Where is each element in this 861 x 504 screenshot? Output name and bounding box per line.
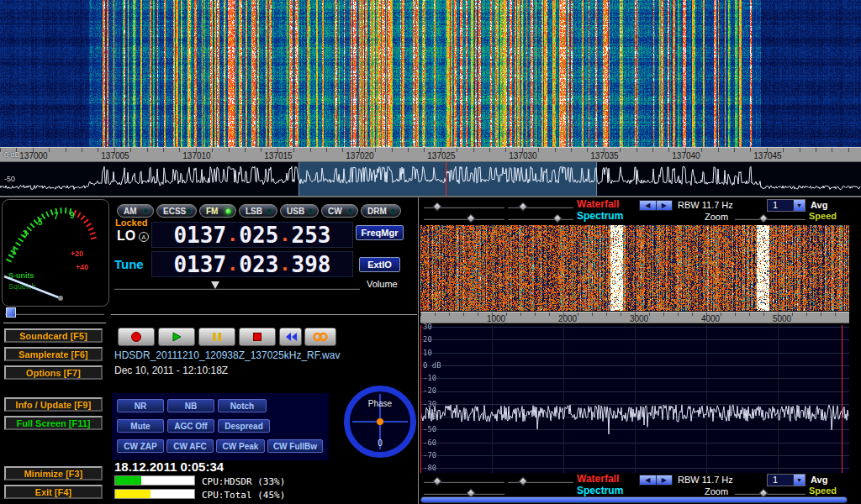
slider-thumb[interactable]	[518, 476, 527, 486]
mode-button-ecss[interactable]: ECSS	[156, 204, 197, 218]
spectrum-label-top[interactable]: Spectrum	[577, 210, 623, 222]
options-button[interactable]: Options [F7]	[4, 365, 103, 380]
despread-button[interactable]: Despread	[218, 419, 270, 433]
info-update-button[interactable]: Info / Update [F9]	[4, 397, 103, 412]
waterfall-label-top[interactable]: Waterfall	[577, 198, 619, 210]
minimize-button[interactable]: Minimize [F3]	[4, 466, 103, 480]
zoom-slider-top[interactable]	[735, 214, 806, 223]
record-button[interactable]	[118, 328, 155, 346]
slider-thumb[interactable]	[432, 476, 441, 486]
slider-track	[735, 218, 806, 220]
main-waterfall[interactable]	[0, 0, 861, 147]
ruler-label: 137005	[95, 151, 135, 160]
tune-frequency-display[interactable]: 0137.023.398	[151, 251, 353, 277]
chevron-down-icon[interactable]: ▼	[793, 200, 805, 211]
extio-button[interactable]: ExtIO	[359, 257, 400, 272]
exit-button[interactable]: Exit [F4]	[4, 485, 103, 499]
mute-button[interactable]: Mute	[117, 419, 164, 433]
stop-button[interactable]	[239, 328, 276, 346]
rf-spectrum[interactable]	[420, 325, 849, 473]
frequency-ruler[interactable]: 137000 137005 137010 137015 137020 13702…	[0, 147, 861, 162]
despread-button-label: Despread	[224, 422, 263, 431]
waterfall-brightness-slider[interactable]	[424, 202, 504, 211]
main-spectrum[interactable]	[0, 162, 861, 196]
chevron-down-icon[interactable]: ▼	[793, 475, 805, 486]
fullscreen-button[interactable]: Full Screen [F11]	[4, 416, 103, 430]
avg-value: 1	[768, 200, 793, 211]
rf-frequency-scale[interactable]: 1000 2000 3000 4000 5000	[420, 312, 849, 323]
squelch-slider-track	[5, 312, 104, 315]
mode-button-am[interactable]: AM	[117, 204, 154, 218]
samplerate-button[interactable]: Samplerate [F6]	[4, 347, 103, 361]
volume-slider[interactable]	[114, 284, 360, 292]
mode-button-label: DRM	[367, 207, 387, 216]
waterfall-contrast-slider-bottom[interactable]	[508, 477, 573, 486]
spectrum-range-slider[interactable]	[508, 214, 573, 223]
pause-button[interactable]	[198, 328, 235, 346]
avg-dropdown-top[interactable]: 1▼	[767, 199, 806, 212]
spectrum-ref-slider[interactable]	[424, 214, 504, 223]
rf-waterfall[interactable]	[420, 225, 849, 311]
waterfall-shift-arrows-top[interactable]: ◀▶	[639, 200, 673, 211]
agc-off-button[interactable]: AGC Off	[167, 419, 214, 433]
recording-filename: HDSDR_20111210_120938Z_137025kHz_RF.wav	[114, 349, 340, 361]
cw-afc-button[interactable]: CW AFC	[166, 439, 214, 453]
hdsdr-window: 137000 137005 137010 137015 137020 13702…	[0, 0, 861, 504]
mode-button-fm[interactable]: FM	[199, 204, 236, 218]
waterfall-brightness-slider-bottom[interactable]	[424, 477, 504, 486]
rf-axis-label: -20	[423, 386, 436, 395]
tune-digits-khz: 023	[239, 252, 278, 277]
slider-thumb[interactable]	[518, 202, 527, 211]
waterfall-label-bottom[interactable]: Waterfall	[577, 473, 619, 485]
waterfall-shift-arrows-bottom[interactable]: ◀▶	[639, 475, 673, 486]
phase-center-dot	[377, 418, 383, 425]
mode-button-lsb[interactable]: LSB	[239, 204, 277, 218]
cw-peak-button[interactable]: CW Peak	[216, 439, 265, 453]
band-position-scrollbar[interactable]	[420, 496, 848, 503]
rewind-button[interactable]	[279, 328, 302, 346]
extio-button-label: ExtIO	[367, 260, 392, 270]
lo-frequency-display[interactable]: 0137.025.253	[151, 222, 353, 248]
zoom-label-bottom: Zoom	[705, 486, 728, 496]
mode-button-drm[interactable]: DRM	[361, 204, 401, 218]
mode-button-usb[interactable]: USB	[280, 204, 319, 218]
mode-led	[267, 208, 272, 214]
left-arrow-icon[interactable]: ◀	[640, 201, 657, 210]
spectrum-label-bottom[interactable]: Spectrum	[577, 485, 623, 496]
cw-fullbw-button[interactable]: CW FullBw	[267, 439, 323, 453]
left-arrow-icon[interactable]: ◀	[640, 475, 657, 485]
slider-thumb[interactable]	[466, 213, 475, 223]
s-meter-tick: 5	[38, 218, 43, 227]
loop-button[interactable]	[304, 328, 336, 346]
band-position-scrollbar-fill[interactable]	[421, 497, 847, 502]
freqmgr-button[interactable]: FreqMgr	[356, 225, 404, 240]
slider-thumb[interactable]	[758, 213, 768, 223]
waterfall-contrast-slider[interactable]	[508, 202, 573, 211]
soundcard-button[interactable]: Soundcard [F5]	[4, 328, 103, 343]
slider-thumb[interactable]	[552, 213, 562, 223]
squelch-slider-thumb[interactable]	[6, 307, 16, 318]
mode-button-cw[interactable]: CW	[321, 204, 358, 218]
right-arrow-icon[interactable]: ▶	[657, 201, 673, 210]
play-icon	[169, 331, 184, 343]
rbw-label-top: RBW 11.7 Hz	[678, 200, 733, 210]
cpu-total-bar	[114, 489, 195, 499]
tune-digits-mhz: 0137	[173, 252, 226, 277]
squelch-slider[interactable]	[5, 309, 104, 318]
right-arrow-icon[interactable]: ▶	[657, 475, 673, 485]
play-button[interactable]	[158, 328, 195, 346]
s-meter-tick: 9	[70, 211, 75, 220]
rf-scale-label: 4000	[694, 314, 727, 323]
nr-button-label: NR	[135, 402, 146, 411]
volume-slider-thumb[interactable]	[211, 281, 219, 289]
avg-dropdown-bottom[interactable]: 1▼	[767, 474, 806, 486]
nr-button[interactable]: NR	[117, 399, 164, 412]
lo-lock-badge[interactable]: A	[139, 232, 149, 242]
lo-digits-khz: 025	[239, 223, 278, 248]
cpu-hdsdr-bar	[114, 475, 195, 486]
cw-zap-button[interactable]: CW ZAP	[117, 439, 164, 453]
slider-thumb[interactable]	[432, 202, 441, 211]
nb-button[interactable]: NB	[167, 399, 214, 412]
notch-button[interactable]: Notch	[218, 399, 267, 412]
rf-axis-label: 30	[423, 323, 432, 331]
